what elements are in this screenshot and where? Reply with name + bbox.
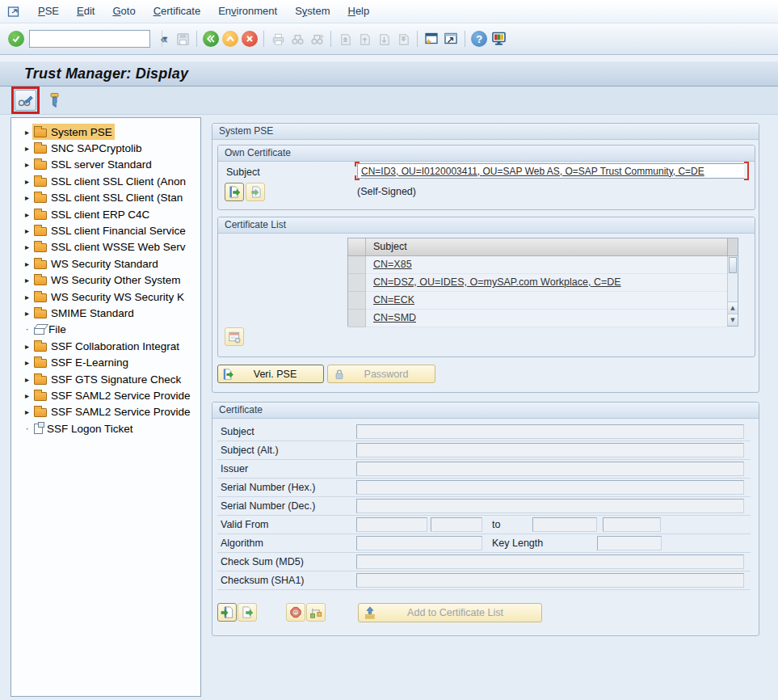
certificate-subject-link[interactable]: CN=ECK [373, 292, 414, 309]
tree-item[interactable]: ▸ System PSE [11, 124, 200, 140]
tree-item[interactable]: ▸ SSF E-Learning [11, 354, 200, 370]
valid-from-time-field[interactable] [431, 517, 482, 532]
subject-field[interactable] [356, 424, 744, 439]
enter-button[interactable] [6, 28, 26, 49]
stop-button[interactable] [286, 603, 305, 622]
remove-certificate-button[interactable] [225, 327, 244, 346]
page-down-icon[interactable] [374, 28, 393, 49]
tree-item[interactable]: ▸ SSL client SSL Client (Anon [11, 173, 200, 189]
certificate-subject-link[interactable]: CN=DSZ, OU=IDES, O=mySAP.com Workplace, … [373, 274, 621, 291]
tree-item[interactable]: ▸ WS Security Other System [11, 272, 200, 289]
issuer-field[interactable] [356, 462, 744, 476]
object-relations-button[interactable] [306, 603, 326, 622]
expander-icon[interactable]: ▸ [22, 160, 32, 169]
expander-icon[interactable]: ▸ [22, 128, 32, 137]
expander-icon[interactable]: ▸ [22, 342, 32, 351]
tree-item[interactable]: ▸ SSF SAML2 Service Provide [11, 404, 200, 420]
tree-item[interactable]: · File [11, 322, 200, 338]
serial-hex-field[interactable] [356, 480, 744, 495]
menu-item[interactable]: Certificate [145, 0, 210, 23]
tree-item[interactable]: ▸ SSL client SSL Client (Stan [11, 190, 200, 206]
expander-icon[interactable]: ▸ [22, 259, 32, 268]
row-selector[interactable] [348, 256, 366, 274]
menu-item[interactable]: Goto [103, 0, 144, 23]
save-icon[interactable] [173, 28, 192, 49]
key-length-field[interactable] [597, 536, 662, 550]
customize-layout-icon[interactable] [489, 28, 508, 49]
row-selector[interactable] [348, 310, 366, 327]
export-own-certificate-button[interactable] [225, 183, 244, 201]
expander-icon[interactable]: ▸ [22, 276, 32, 285]
expander-icon[interactable]: · [22, 424, 32, 433]
own-subject-field[interactable]: CN=ID3, OU=I0120003411, OU=SAP Web AS, O… [357, 163, 746, 179]
help-icon[interactable]: ? [469, 28, 489, 49]
command-field[interactable] [30, 31, 162, 47]
table-scrollbar[interactable]: ▲ ▼ [727, 256, 738, 326]
tree-item[interactable]: ▸ SSL client WSSE Web Serv [11, 239, 200, 255]
certificate-subject-link[interactable]: CN=SMD [373, 310, 416, 327]
expander-icon[interactable]: ▸ [22, 375, 32, 384]
verify-pse-button[interactable]: Veri. PSE [217, 365, 324, 383]
tree-item[interactable]: ▸ SSL client ERP C4C [11, 206, 200, 222]
expander-icon[interactable]: ▸ [22, 210, 32, 219]
scroll-down-icon[interactable]: ▼ [728, 314, 738, 326]
find-next-icon[interactable] [307, 28, 326, 49]
row-selector[interactable] [348, 292, 366, 310]
back-icon[interactable] [201, 28, 221, 49]
certificate-row[interactable]: CN=X85 [348, 256, 727, 274]
expander-icon[interactable]: · [22, 325, 32, 334]
algorithm-field[interactable] [356, 536, 482, 550]
add-to-certificate-list-button[interactable]: Add to Certificate List [358, 603, 542, 622]
scrollbar-thumb[interactable] [729, 257, 737, 273]
tree-item[interactable]: ▸ SSF Collaboration Integrat [11, 338, 200, 354]
expander-icon[interactable]: ▸ [22, 391, 32, 400]
last-page-icon[interactable] [393, 28, 413, 49]
tree-item[interactable]: ▸ SSL client Financial Service [11, 222, 200, 238]
valid-to-date-field[interactable] [532, 517, 597, 532]
own-subject-link[interactable]: CN=ID3, OU=I0120003411, OU=SAP Web AS, O… [361, 166, 704, 177]
cancel-icon[interactable] [240, 28, 259, 49]
tree-item[interactable]: ▸ SSL server Standard [11, 157, 200, 173]
exit-icon[interactable] [221, 28, 240, 49]
expander-icon[interactable]: ▸ [22, 226, 32, 235]
import-certificate-button[interactable] [217, 603, 237, 622]
subject-column-header[interactable]: Subject [366, 238, 727, 256]
tree-item[interactable]: ▸ SMIME Standard [11, 305, 200, 321]
tree-item[interactable]: ▸ SSF GTS Signature Check [11, 371, 200, 387]
expander-icon[interactable]: ▸ [22, 193, 32, 202]
tree-item[interactable]: ▸ WS Security WS Security K [11, 289, 200, 305]
expander-icon[interactable]: ▸ [22, 358, 32, 367]
certificate-row[interactable]: CN=SMD [348, 310, 727, 327]
md5-field[interactable] [356, 555, 744, 569]
menu-item[interactable]: PSE [29, 0, 68, 23]
display-change-button[interactable] [15, 90, 36, 111]
expander-icon[interactable]: ▸ [22, 177, 32, 186]
expander-icon[interactable]: ▸ [22, 293, 32, 302]
tree-item[interactable]: ▸ SSF SAML2 Service Provide [11, 387, 200, 403]
expander-icon[interactable]: ▸ [22, 242, 32, 251]
row-selector[interactable] [348, 274, 366, 292]
menu-item[interactable]: Help [339, 0, 378, 23]
new-session-icon[interactable] [422, 28, 441, 49]
certificate-row[interactable]: CN=ECK [348, 292, 727, 310]
saw-button[interactable] [44, 91, 64, 110]
select-all-column-header[interactable] [348, 238, 366, 256]
expander-icon[interactable]: ▸ [22, 144, 32, 153]
certificate-row[interactable]: CN=DSZ, OU=IDES, O=mySAP.com Workplace, … [348, 274, 727, 292]
valid-from-date-field[interactable] [356, 517, 427, 532]
scroll-up-icon[interactable]: ▲ [728, 302, 738, 314]
sha1-field[interactable] [356, 573, 744, 588]
menu-item[interactable]: Environment [209, 0, 286, 23]
expander-icon[interactable]: ▸ [22, 309, 32, 318]
print-icon[interactable] [268, 28, 288, 49]
password-button[interactable]: Password [327, 365, 435, 383]
menu-item[interactable]: Edit [68, 0, 103, 23]
create-shortcut-icon[interactable] [441, 28, 460, 49]
tree-item[interactable]: ▸ SNC SAPCryptolib [11, 140, 200, 156]
valid-to-time-field[interactable] [603, 517, 661, 532]
tree-item[interactable]: ▸ WS Security Standard [11, 255, 200, 272]
first-page-icon[interactable] [335, 28, 355, 49]
serial-dec-field[interactable] [356, 499, 744, 513]
tree-item[interactable]: · SSF Logon Ticket [11, 420, 200, 436]
subject-alt-field[interactable] [356, 443, 744, 458]
